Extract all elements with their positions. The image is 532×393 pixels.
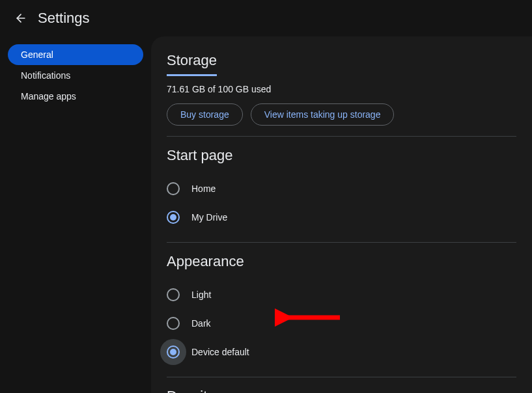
- sidebar-item-label: Manage apps: [21, 91, 76, 102]
- radio-icon: [167, 346, 180, 359]
- radio-icon: [167, 182, 180, 195]
- radio-label: Light: [191, 290, 211, 300]
- radio-option-device-default[interactable]: Device default: [167, 338, 516, 366]
- radio-icon: [167, 288, 180, 301]
- sidebar-item-manage-apps[interactable]: Manage apps: [8, 86, 143, 107]
- back-button[interactable]: [8, 5, 34, 31]
- section-title-density: Density: [167, 388, 214, 393]
- section-appearance: Appearance Light Dark Device default: [167, 253, 516, 377]
- radio-label: Home: [191, 183, 216, 194]
- storage-usage-text: 71.61 GB of 100 GB used: [167, 84, 516, 94]
- view-items-button[interactable]: View items taking up storage: [251, 103, 395, 126]
- buy-storage-button[interactable]: Buy storage: [167, 103, 243, 126]
- radio-option-home[interactable]: Home: [167, 174, 516, 203]
- main-panel: Storage 71.61 GB of 100 GB used Buy stor…: [151, 36, 532, 393]
- section-start-page: Start page Home My Drive: [167, 147, 516, 243]
- sidebar-item-label: Notifications: [21, 70, 70, 81]
- section-storage: Storage 71.61 GB of 100 GB used Buy stor…: [167, 52, 516, 137]
- section-title-appearance: Appearance: [167, 253, 244, 270]
- radio-option-my-drive[interactable]: My Drive: [167, 203, 516, 232]
- page-title: Settings: [38, 10, 90, 27]
- section-title-start-page: Start page: [167, 147, 233, 164]
- radio-icon: [167, 317, 180, 330]
- section-density: Density Comfortable: [167, 388, 516, 393]
- arrow-left-icon: [14, 12, 27, 25]
- sidebar-item-general[interactable]: General: [8, 44, 143, 65]
- radio-option-light[interactable]: Light: [167, 280, 516, 309]
- sidebar-item-label: General: [21, 49, 53, 60]
- sidebar: General Notifications Manage apps: [0, 36, 151, 393]
- radio-icon: [167, 211, 180, 224]
- radio-option-dark[interactable]: Dark: [167, 309, 516, 338]
- radio-label: Device default: [191, 347, 249, 357]
- radio-label: My Drive: [191, 212, 227, 223]
- section-title-storage: Storage: [167, 52, 217, 76]
- radio-label: Dark: [191, 318, 211, 329]
- sidebar-item-notifications[interactable]: Notifications: [8, 65, 143, 86]
- header: Settings: [0, 0, 532, 36]
